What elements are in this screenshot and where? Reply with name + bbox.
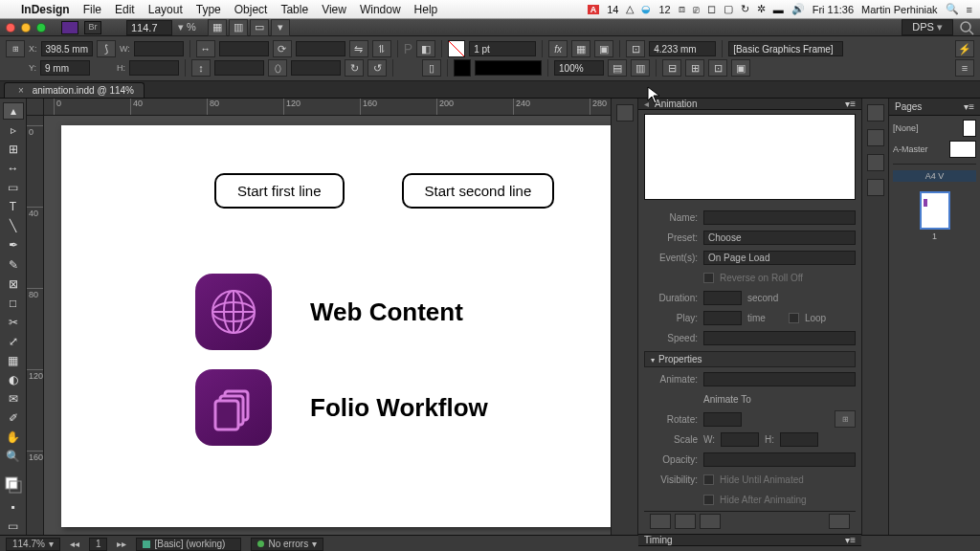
- canvas-button-2[interactable]: Start second line: [402, 173, 555, 209]
- camera-icon[interactable]: ◻: [707, 3, 716, 15]
- rotate-field[interactable]: [296, 41, 345, 56]
- center-icon[interactable]: ⊡: [708, 59, 727, 77]
- timing-panel-header[interactable]: Timing▾≡: [638, 534, 861, 546]
- page-thumbnail[interactable]: [920, 191, 950, 230]
- mac-menubar[interactable]: InDesign File Edit Layout Type Object Ta…: [0, 0, 980, 19]
- object-style-field[interactable]: [Basic Graphics Frame]: [728, 41, 843, 56]
- type-tool[interactable]: T: [3, 198, 24, 215]
- window-close[interactable]: [6, 23, 15, 33]
- spotlight-icon[interactable]: 🔍: [946, 3, 959, 15]
- search-icon[interactable]: [959, 20, 974, 35]
- links-icon[interactable]: [867, 129, 884, 146]
- trash-btn[interactable]: [829, 514, 850, 529]
- shear-field[interactable]: [291, 60, 341, 76]
- dropbox-icon[interactable]: ⧈: [679, 3, 685, 15]
- panel-collapse-icon[interactable]: ◂: [644, 99, 649, 109]
- hand-tool[interactable]: ✋: [3, 429, 24, 446]
- animate-field[interactable]: [703, 372, 856, 386]
- status-page[interactable]: 1: [89, 538, 108, 551]
- scale-h-field[interactable]: [780, 432, 818, 447]
- zoom-tool[interactable]: 🔍: [3, 448, 24, 465]
- br-button[interactable]: Br: [84, 21, 101, 34]
- notification-icon[interactable]: ≡: [967, 4, 972, 15]
- airplay-icon[interactable]: ▢: [724, 3, 733, 15]
- properties-section[interactable]: ▸Properties: [644, 351, 856, 367]
- fx-icon[interactable]: fx: [548, 40, 568, 57]
- view-mode-btn-2[interactable]: ▥: [229, 19, 248, 36]
- canvas-button-1[interactable]: Start first line: [214, 173, 345, 209]
- panel-menu-icon[interactable]: ≡: [955, 59, 974, 77]
- stroke-icon[interactable]: [867, 179, 884, 196]
- swatches-icon[interactable]: [867, 154, 884, 171]
- animation-events-field[interactable]: On Page Load: [703, 251, 856, 265]
- rectangle-tool[interactable]: □: [3, 295, 24, 312]
- fill-swatch[interactable]: [448, 40, 465, 57]
- app-menu[interactable]: InDesign: [21, 3, 70, 16]
- scale-x-field[interactable]: [219, 41, 269, 56]
- rotate-cw-icon[interactable]: ↻: [345, 59, 364, 77]
- fit-content-icon[interactable]: ⊡: [626, 40, 645, 57]
- pages-panel-menu[interactable]: ▾≡: [964, 101, 974, 112]
- constrain-icon[interactable]: ⟆: [97, 40, 116, 57]
- vertical-ruler[interactable]: 0 40 80 120 160: [27, 116, 44, 535]
- page-tool[interactable]: ⊞: [3, 141, 24, 158]
- speed-field[interactable]: [703, 331, 856, 345]
- zoom-input[interactable]: [126, 20, 172, 35]
- flag-icon[interactable]: ▬: [773, 4, 784, 15]
- window-minimize[interactable]: [21, 23, 31, 33]
- menu-edit[interactable]: Edit: [115, 3, 135, 16]
- menu-table[interactable]: Table: [280, 3, 308, 16]
- hide-until-checkbox[interactable]: [703, 474, 714, 485]
- workspace-switcher[interactable]: DPS ▾: [902, 19, 953, 35]
- pages-none-row[interactable]: [None]: [893, 120, 976, 137]
- clock-label[interactable]: Fri 11:36: [813, 4, 854, 15]
- volume-icon[interactable]: 🔊: [791, 3, 805, 15]
- pages-master-row[interactable]: A-Master: [893, 141, 976, 158]
- cc-libraries-icon[interactable]: [867, 104, 884, 121]
- stroke-weight-field[interactable]: 1 pt: [469, 41, 536, 56]
- preview-panel-icon[interactable]: [616, 104, 634, 121]
- panel-menu-icon[interactable]: ▾≡: [845, 99, 856, 109]
- proxy-btn[interactable]: [675, 514, 696, 529]
- line-tool[interactable]: ╲: [3, 217, 24, 234]
- preview-spread-btn[interactable]: [650, 514, 671, 529]
- flip-v-icon[interactable]: ⥮: [372, 40, 391, 57]
- page-nav-next[interactable]: ▸▸: [117, 539, 126, 549]
- view-mode-btn[interactable]: ▦: [208, 19, 227, 36]
- duration-field[interactable]: [703, 291, 742, 305]
- zoom-level-field[interactable]: ▾ %: [126, 20, 196, 35]
- pen-tool[interactable]: ✒: [3, 236, 24, 253]
- scissors-tool[interactable]: ✂: [3, 314, 24, 331]
- timing-btn[interactable]: [700, 514, 721, 529]
- rotate-ccw-icon[interactable]: ↺: [368, 59, 387, 77]
- rotate-icon[interactable]: ⟳: [273, 40, 292, 57]
- color-mode-icons[interactable]: ▪: [3, 498, 24, 516]
- document-tab[interactable]: × animation.indd @ 114%: [4, 82, 145, 98]
- ruler-origin[interactable]: [27, 99, 44, 116]
- wrap-jump2-icon[interactable]: ▥: [631, 59, 650, 77]
- fit-prop-icon[interactable]: ⊞: [685, 59, 704, 77]
- flip-h-icon[interactable]: ⇋: [349, 40, 368, 57]
- menu-view[interactable]: View: [322, 3, 346, 16]
- horizontal-ruler[interactable]: 0 40 80 120 160 200 240 280: [44, 99, 611, 116]
- close-tab-icon[interactable]: ×: [18, 85, 24, 96]
- cc-icon[interactable]: ◒: [641, 3, 651, 15]
- window-zoom[interactable]: [36, 23, 46, 33]
- scale-y[interactable]: ↕: [191, 59, 211, 77]
- x-field[interactable]: 398.5 mm: [41, 41, 93, 56]
- stroke-style-field[interactable]: —: [475, 60, 542, 76]
- content-collector-tool[interactable]: ▭: [3, 179, 24, 196]
- menu-file[interactable]: File: [83, 3, 101, 16]
- gap-tool[interactable]: ↔: [3, 160, 24, 177]
- screen-mode-tool[interactable]: ▭: [3, 518, 24, 535]
- eyedropper-tool[interactable]: ✐: [3, 409, 24, 427]
- origin-grid[interactable]: ⊞: [835, 410, 856, 428]
- status-profile[interactable]: [Basic] (working): [136, 538, 241, 551]
- pencil-tool[interactable]: ✎: [3, 256, 24, 274]
- opacity-field[interactable]: 100%: [554, 60, 604, 76]
- corner-options[interactable]: ◧: [416, 40, 435, 57]
- shear-icon[interactable]: ⬯: [268, 59, 287, 77]
- loop-checkbox[interactable]: [789, 313, 799, 323]
- y-field[interactable]: 9 mm: [40, 60, 90, 76]
- w-field[interactable]: [134, 41, 184, 56]
